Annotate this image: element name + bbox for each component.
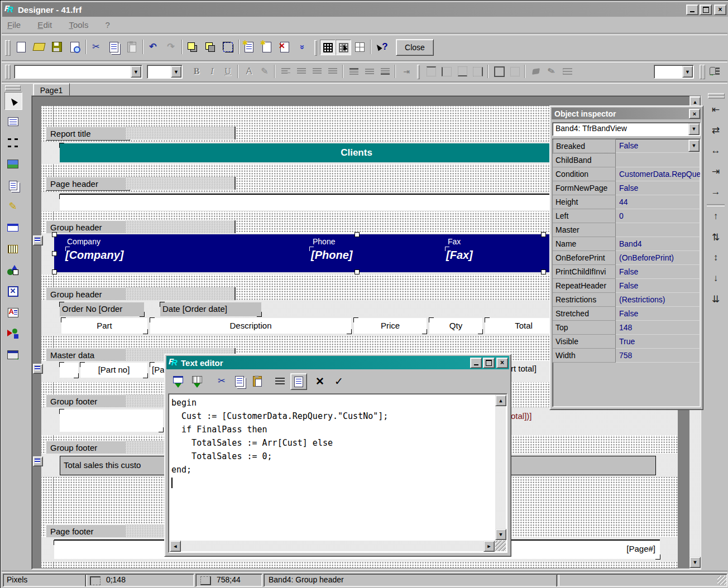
draw-object-button[interactable]: ✎ xyxy=(4,198,21,215)
new-document-button[interactable] xyxy=(14,40,28,54)
inspector-object-dropdown-button[interactable]: ▼ xyxy=(688,123,700,135)
font-name-dropdown-button[interactable]: ▼ xyxy=(131,66,141,78)
script-mode-button[interactable] xyxy=(290,373,307,390)
rectangle-object-button[interactable] xyxy=(4,219,21,236)
maximize-button[interactable] xyxy=(700,4,712,15)
window-resize-grip[interactable] xyxy=(717,576,726,585)
selection-handle[interactable] xyxy=(541,232,546,237)
frame-top-button[interactable] xyxy=(424,64,438,79)
font-size-dropdown-button[interactable]: ▼ xyxy=(171,66,181,78)
property-name[interactable]: Condition xyxy=(553,167,616,181)
data-dictionary-button[interactable]: → xyxy=(707,64,722,79)
text-object-button[interactable] xyxy=(4,113,21,130)
property-name[interactable]: Width xyxy=(553,349,616,363)
editor-vertical-scrollbar[interactable]: ▲ ▼ xyxy=(495,395,506,540)
property-dropdown-button[interactable]: ▼ xyxy=(688,139,700,152)
highlight-button[interactable]: ✎ xyxy=(257,64,272,79)
editor-minimize-button[interactable] xyxy=(470,358,482,368)
frame-color-button[interactable]: ✎ xyxy=(544,64,559,79)
fill-color-button[interactable] xyxy=(529,64,543,79)
property-name[interactable]: PrintChildIfInvi xyxy=(553,265,616,279)
property-name[interactable]: Stretched xyxy=(553,307,616,321)
center-horizontally-button[interactable]: → xyxy=(707,184,724,200)
property-name[interactable]: Breaked xyxy=(553,139,616,153)
property-name[interactable]: Restrictions xyxy=(553,293,616,307)
menu-edit[interactable]: Edit xyxy=(37,20,52,30)
frame-none-button[interactable] xyxy=(507,64,522,79)
property-value[interactable]: False xyxy=(616,265,700,279)
selection-handle[interactable] xyxy=(52,269,57,274)
property-value[interactable]: (OnBeforePrint) xyxy=(616,251,700,265)
selection-handle[interactable] xyxy=(541,269,546,274)
align-bottoms-button[interactable]: ↓ xyxy=(707,270,724,287)
toolbar-drag-handle[interactable] xyxy=(314,40,317,56)
picture-object-button[interactable] xyxy=(4,156,21,172)
selection-handle[interactable] xyxy=(355,232,360,237)
property-value[interactable]: 758 xyxy=(616,349,700,363)
selection-handle[interactable] xyxy=(355,269,360,274)
property-name[interactable]: Left xyxy=(553,209,616,223)
band-marker-icon[interactable] xyxy=(33,456,43,466)
property-value[interactable]: Band4 xyxy=(616,237,700,251)
menu-help[interactable]: ? xyxy=(106,20,110,30)
new-page-button[interactable]: ✱ xyxy=(260,40,274,54)
property-value[interactable]: (Restrictions) xyxy=(616,293,700,307)
menu-file[interactable]: File xyxy=(7,20,21,30)
align-justify-button[interactable] xyxy=(325,64,340,79)
toolbar-drag-handle[interactable] xyxy=(708,96,725,99)
column-header-description[interactable]: Description xyxy=(150,318,351,334)
inspector-object-select[interactable]: Band4: TfrBandView ▼ xyxy=(552,122,701,136)
property-value[interactable]: CustomerData.RepQuery xyxy=(616,167,700,181)
master-data-cell[interactable] xyxy=(60,363,78,378)
band-object-button[interactable] xyxy=(4,134,21,151)
part-total-fragment[interactable]: rt total] xyxy=(511,364,548,373)
property-name[interactable]: RepeatHeader xyxy=(553,279,616,293)
order-date-object[interactable]: Date [Order date] xyxy=(160,302,261,316)
editor-cut-button[interactable]: ✂ xyxy=(214,374,229,388)
frame-left-button[interactable] xyxy=(439,64,454,79)
toolbar-drag-handle[interactable] xyxy=(5,88,21,91)
resize-grip[interactable] xyxy=(495,541,506,551)
scroll-down-button[interactable]: ▼ xyxy=(495,529,506,540)
band-label-page-header[interactable]: Page header xyxy=(46,177,130,191)
scroll-left-button[interactable]: ◀ xyxy=(170,541,181,552)
bring-to-front-button[interactable] xyxy=(185,40,199,54)
editor-horizontal-scrollbar[interactable]: ◀ ▶ xyxy=(170,541,495,551)
part-no-object[interactable]: [Part no] xyxy=(80,363,147,378)
inspector-close-button[interactable]: × xyxy=(689,109,700,119)
editor-paste-button[interactable] xyxy=(250,374,265,388)
undo-button[interactable]: ↶ xyxy=(146,40,160,54)
column-header-part[interactable]: Part xyxy=(61,318,147,334)
property-value[interactable]: False xyxy=(616,307,700,321)
band-label-group-footer-1[interactable]: Group footer xyxy=(46,394,130,408)
script-code-area[interactable]: begin Cust := [CustomerData.RepQuery."Cu… xyxy=(168,393,507,553)
frame-all-button[interactable] xyxy=(492,64,506,79)
property-name[interactable]: Name xyxy=(553,237,616,251)
group-footer-cell[interactable] xyxy=(60,409,163,432)
scroll-up-button[interactable]: ▲ xyxy=(495,395,506,406)
align-left-edges-button[interactable]: ⇤ xyxy=(707,101,724,118)
scroll-down-button[interactable]: ▼ xyxy=(689,557,701,568)
editor-close-button[interactable]: × xyxy=(496,358,508,368)
align-right-edges-button[interactable]: ⇥ xyxy=(707,163,724,180)
shape-object-button[interactable] xyxy=(4,262,21,278)
property-value[interactable]: False xyxy=(616,181,700,195)
barcode-object-button[interactable] xyxy=(4,240,21,257)
dialog-object-button[interactable]: → xyxy=(4,346,21,363)
valign-top-button[interactable] xyxy=(347,64,361,79)
property-value[interactable] xyxy=(616,153,700,167)
align-v-centers-button[interactable]: ⇅ xyxy=(707,229,724,245)
band-label-report-title[interactable]: Report title xyxy=(46,127,130,141)
cancel-button[interactable]: ✕ xyxy=(313,374,327,388)
cut-button[interactable]: ✂ xyxy=(89,40,103,54)
open-button[interactable] xyxy=(32,40,46,54)
phone-field[interactable]: [Phone] xyxy=(311,249,352,262)
column-header-price[interactable]: Price xyxy=(354,318,427,334)
object-selection-button[interactable] xyxy=(221,40,235,54)
redo-button[interactable]: ↷ xyxy=(164,40,178,54)
band-label-master-data[interactable]: Master data xyxy=(46,348,130,362)
minimize-button[interactable] xyxy=(686,4,698,15)
italic-button[interactable]: I xyxy=(205,64,219,79)
delete-page-button[interactable]: ✕ xyxy=(277,40,292,54)
center-vertically-button[interactable]: ⇊ xyxy=(707,291,724,307)
